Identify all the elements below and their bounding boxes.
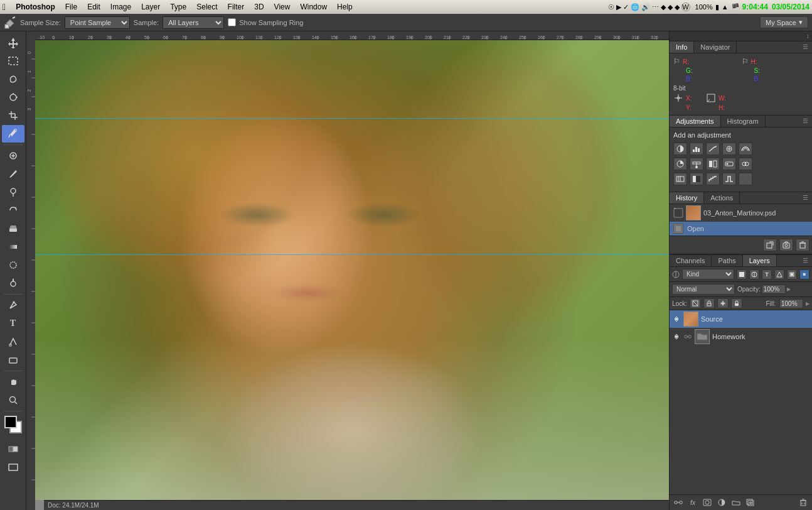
vibrance-btn[interactable]: [739, 143, 752, 155]
lock-transparent-pixels-btn[interactable]: [690, 298, 701, 308]
levels-btn[interactable]: [690, 143, 703, 155]
curves-btn[interactable]: [706, 143, 720, 155]
menu-layer[interactable]: Layer: [136, 3, 165, 11]
info-panel-menu[interactable]: ☰: [799, 41, 812, 53]
channel-mixer-btn[interactable]: [739, 158, 752, 170]
gradient-map-btn[interactable]: [739, 173, 752, 185]
color-balance-btn[interactable]: [690, 158, 703, 170]
sample-size-select[interactable]: Point Sample 3 by 3 Average 5 by 5 Avera…: [65, 16, 130, 29]
foreground-background-colors[interactable]: [2, 416, 24, 437]
filter-type-icon[interactable]: [737, 269, 747, 279]
path-select-tool[interactable]: [2, 333, 24, 350]
color-lookup-btn[interactable]: [673, 173, 687, 185]
panel-expand-icon[interactable]: ↕: [806, 33, 809, 40]
new-layer-btn[interactable]: [744, 497, 757, 508]
bw-btn[interactable]: [706, 158, 720, 170]
show-sampling-ring-checkbox[interactable]: [228, 18, 236, 26]
tab-channels[interactable]: Channels: [670, 255, 712, 266]
blend-mode-select[interactable]: Normal Dissolve Multiply Screen Overlay: [672, 284, 735, 295]
spot-heal-tool[interactable]: [2, 147, 24, 165]
adjustments-panel-menu[interactable]: ☰: [799, 116, 812, 127]
menu-3d[interactable]: 3D: [249, 3, 269, 11]
menu-file[interactable]: File: [60, 3, 82, 11]
select-rect-tool[interactable]: [2, 52, 24, 70]
brush-tool[interactable]: [2, 165, 24, 183]
eyedropper-tool[interactable]: [2, 125, 24, 143]
foreground-color[interactable]: [4, 416, 17, 428]
zoom-tool[interactable]: [2, 391, 24, 409]
tab-navigator[interactable]: Navigator: [694, 41, 737, 53]
lock-position-btn[interactable]: [717, 298, 729, 308]
layers-panel-menu[interactable]: ☰: [799, 255, 812, 266]
screen-mode[interactable]: [2, 458, 24, 476]
blur-tool[interactable]: [2, 256, 24, 274]
new-fill-adjustment-btn[interactable]: [715, 497, 728, 508]
menu-window[interactable]: Window: [295, 3, 332, 11]
delete-history-state-btn[interactable]: [796, 239, 809, 251]
homework-layer-visibility[interactable]: [672, 332, 681, 341]
eraser-tool[interactable]: [2, 220, 24, 237]
filter-type-text-icon[interactable]: T: [762, 269, 772, 279]
tab-layers[interactable]: Layers: [743, 255, 777, 266]
history-item-open[interactable]: Open: [670, 222, 812, 236]
delete-layer-btn[interactable]: [797, 497, 809, 508]
quick-select-tool[interactable]: [2, 89, 24, 106]
filter-adj-icon[interactable]: [749, 269, 759, 279]
menu-edit[interactable]: Edit: [82, 3, 105, 11]
quick-mask-toggle[interactable]: [2, 440, 24, 458]
hue-saturation-btn[interactable]: [673, 158, 687, 170]
filter-on-toggle[interactable]: ■: [799, 269, 809, 279]
shape-tool[interactable]: [2, 351, 24, 369]
apple-menu[interactable]: : [3, 2, 6, 12]
lasso-tool[interactable]: [2, 70, 24, 88]
workspace-button[interactable]: My Space ▾: [760, 16, 808, 28]
pen-tool[interactable]: [2, 296, 24, 314]
lock-image-pixels-btn[interactable]: [703, 298, 715, 308]
fill-input[interactable]: [779, 299, 803, 308]
hand-tool[interactable]: [2, 373, 24, 391]
dodge-tool[interactable]: [2, 274, 24, 292]
menu-filter[interactable]: Filter: [223, 3, 250, 11]
tab-paths[interactable]: Paths: [712, 255, 742, 266]
new-document-from-state-btn[interactable]: [763, 239, 777, 251]
invert-btn[interactable]: [690, 173, 703, 185]
menu-help[interactable]: Help: [332, 3, 358, 11]
sample-select[interactable]: All Layers Current Layer: [163, 16, 224, 29]
threshold-btn[interactable]: [722, 173, 736, 185]
size-icon: [706, 93, 716, 103]
type-tool[interactable]: T: [2, 315, 24, 332]
menu-image[interactable]: Image: [105, 3, 136, 11]
lock-all-btn[interactable]: [731, 298, 742, 308]
tab-actions[interactable]: Actions: [704, 192, 740, 203]
source-layer-visibility[interactable]: [672, 315, 681, 323]
history-panel-menu[interactable]: ☰: [799, 192, 812, 203]
photo-filter-btn[interactable]: [722, 158, 736, 170]
menu-type[interactable]: Type: [165, 3, 191, 11]
tab-histogram[interactable]: Histogram: [721, 116, 766, 127]
menu-select[interactable]: Select: [191, 3, 222, 11]
layer-filter-select[interactable]: Kind Name Effect Mode Attribute Color: [682, 269, 734, 279]
new-group-btn[interactable]: [730, 497, 742, 508]
snapshot-btn[interactable]: [779, 239, 793, 251]
gradient-tool[interactable]: [2, 238, 24, 256]
layer-source[interactable]: Source: [670, 310, 812, 328]
history-brush-tool[interactable]: [2, 202, 24, 219]
add-layer-style-btn[interactable]: fx: [686, 497, 699, 508]
add-layer-mask-btn[interactable]: [701, 497, 713, 508]
opacity-input[interactable]: [762, 285, 786, 294]
app-name-menu[interactable]: Photoshop: [11, 3, 60, 11]
exposure-btn[interactable]: [722, 143, 736, 155]
menu-view[interactable]: View: [269, 3, 296, 11]
brightness-contrast-btn[interactable]: [673, 143, 687, 155]
crop-tool[interactable]: [2, 107, 24, 124]
posterize-btn[interactable]: [706, 173, 720, 185]
clone-stamp-tool[interactable]: [2, 183, 24, 201]
link-layers-btn[interactable]: [672, 497, 685, 508]
filter-shape-icon[interactable]: [774, 269, 784, 279]
tab-adjustments[interactable]: Adjustments: [670, 116, 721, 127]
tab-history[interactable]: History: [670, 192, 704, 203]
filter-smart-object-icon[interactable]: [787, 269, 797, 279]
move-tool[interactable]: [2, 34, 24, 52]
layer-homework-folder[interactable]: Homework: [670, 328, 812, 345]
tab-info[interactable]: Info: [670, 41, 694, 53]
